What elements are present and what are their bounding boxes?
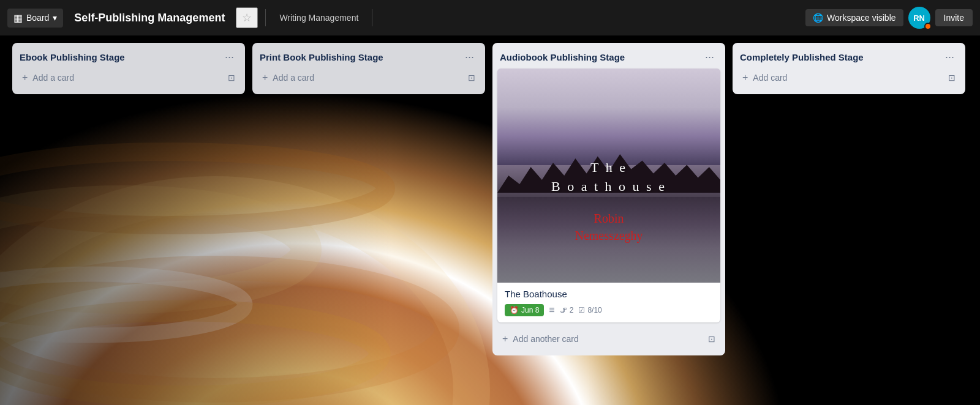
workspace-visible-button[interactable]: 🌐 Workspace visible: [805, 9, 903, 26]
checklist-icon: ☑: [578, 306, 585, 314]
globe-icon: 🌐: [813, 13, 823, 23]
column-audiobook-header: Audiobook Publishing Stage ···: [497, 50, 720, 64]
add-card-ebook-label: Add a card: [32, 73, 74, 83]
column-audiobook-menu-button[interactable]: ···: [701, 50, 718, 64]
card-template-icon-audiobook[interactable]: ⊡: [708, 334, 715, 344]
star-button[interactable]: ☆: [236, 7, 258, 28]
book-title-text: T h eB o a t h o u s e: [551, 158, 666, 196]
add-card-print-label: Add a card: [273, 73, 314, 83]
column-published-header: Completely Published Stage ···: [737, 50, 960, 64]
card-template-icon[interactable]: ⊡: [228, 73, 235, 83]
invite-label: Invite: [944, 13, 964, 23]
workspace-visible-label: Workspace visible: [827, 13, 896, 23]
header: ▦ Board ▾ Self-Publishing Management ☆ W…: [0, 0, 980, 35]
checklist-progress: 8/10: [587, 306, 601, 314]
board-button[interactable]: ▦ Board ▾: [7, 9, 63, 28]
column-print-title: Print Book Publishing Stage: [260, 52, 383, 62]
avatar[interactable]: RN: [908, 7, 930, 29]
due-date-label: Jun 8: [521, 306, 539, 314]
column-ebook: Ebook Publishing Stage ··· + Add a card …: [12, 43, 245, 94]
plus-icon-published: +: [742, 72, 748, 83]
add-card-published-label: Add card: [753, 73, 787, 83]
invite-button[interactable]: Invite: [935, 9, 973, 26]
add-card-print-button[interactable]: + Add a card ⊡: [257, 69, 480, 87]
board-background: Ebook Publishing Stage ··· + Add a card …: [0, 35, 980, 405]
column-published-menu-button[interactable]: ···: [941, 50, 958, 64]
card-title-boathouse: The Boathouse: [505, 289, 713, 299]
avatar-notification-badge: [924, 23, 932, 30]
checklist-badge: ☑ 8/10: [578, 306, 601, 314]
list-icon: ≡: [549, 305, 554, 316]
attachments-badge: 🖇 2: [560, 306, 574, 314]
add-card-ebook-button[interactable]: + Add a card ⊡: [17, 69, 240, 87]
paperclip-icon: 🖇: [560, 306, 567, 314]
plus-icon-print: +: [262, 72, 268, 83]
card-boathouse[interactable]: T h eB o a t h o u s e RobinNemesszeghy …: [497, 69, 720, 322]
board-title[interactable]: Self-Publishing Management: [68, 8, 231, 28]
add-another-card-audiobook-button[interactable]: + Add another card ⊡: [497, 330, 720, 348]
column-ebook-menu-button[interactable]: ···: [221, 50, 238, 64]
board-icon: ▦: [13, 12, 23, 24]
clock-icon: ⏰: [510, 306, 519, 314]
column-print: Print Book Publishing Stage ··· + Add a …: [252, 43, 485, 94]
card-template-icon-published[interactable]: ⊡: [948, 73, 956, 83]
header-divider: [265, 9, 266, 26]
column-print-header: Print Book Publishing Stage ···: [257, 50, 480, 64]
description-icon-badge: ≡: [549, 305, 554, 316]
add-another-card-label: Add another card: [513, 334, 578, 344]
board-label: Board: [26, 13, 49, 23]
card-body-boathouse: The Boathouse ⏰ Jun 8 ≡ 🖇 2: [497, 283, 720, 322]
star-icon: ☆: [242, 12, 252, 24]
header-divider-2: [372, 9, 372, 26]
plus-icon-audiobook: +: [502, 333, 508, 344]
due-date-badge: ⏰ Jun 8: [505, 304, 544, 316]
column-print-menu-button[interactable]: ···: [461, 50, 478, 64]
book-author-text: RobinNemesszeghy: [575, 210, 643, 244]
column-ebook-header: Ebook Publishing Stage ···: [17, 50, 240, 64]
avatar-initials: RN: [913, 13, 925, 23]
card-badges: ⏰ Jun 8 ≡ 🖇 2 ☑ 8/10: [505, 304, 713, 316]
column-published-title: Completely Published Stage: [740, 52, 864, 62]
columns-wrapper: Ebook Publishing Stage ··· + Add a card …: [0, 43, 980, 405]
writing-management-label: Writing Management: [279, 13, 358, 23]
plus-icon: +: [22, 72, 28, 83]
book-cover-top: [497, 69, 720, 165]
column-ebook-title: Ebook Publishing Stage: [20, 52, 125, 62]
book-cover: T h eB o a t h o u s e RobinNemesszeghy: [497, 69, 720, 283]
column-audiobook: Audiobook Publishing Stage ··· T h eB o …: [492, 43, 725, 355]
card-image-boathouse: T h eB o a t h o u s e RobinNemesszeghy: [497, 69, 720, 283]
header-right: 🌐 Workspace visible RN Invite: [805, 7, 973, 29]
chevron-down-icon: ▾: [53, 13, 57, 23]
writing-management-button[interactable]: Writing Management: [273, 9, 364, 26]
card-template-icon-print[interactable]: ⊡: [468, 73, 475, 83]
attachments-count: 2: [570, 306, 574, 314]
add-card-published-button[interactable]: + Add card ⊡: [737, 69, 960, 87]
column-published: Completely Published Stage ··· + Add car…: [733, 43, 965, 94]
column-audiobook-title: Audiobook Publishing Stage: [500, 52, 625, 62]
